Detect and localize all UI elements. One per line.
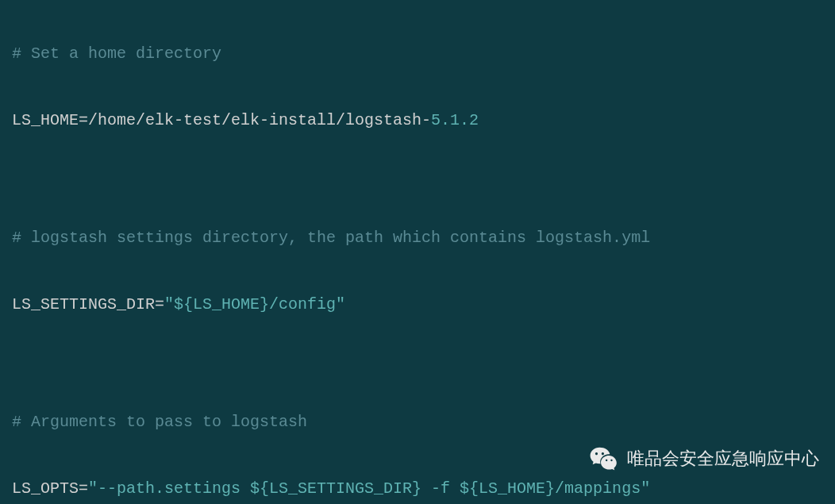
comment-line: # Set a home directory: [12, 41, 823, 67]
code-line: LS_OPTS="--path.settings ${LS_SETTINGS_D…: [12, 476, 823, 502]
code-text: LS_HOME=/home/elk-test/elk-install/logst…: [12, 111, 431, 129]
wechat-icon: [589, 444, 619, 474]
watermark: 唯品会安全应急响应中心: [589, 444, 819, 474]
code-text: LS_OPTS=: [12, 479, 88, 498]
code-block: # Set a home directory LS_HOME=/home/elk…: [12, 16, 823, 504]
string-text: "${LS_HOME}/config": [164, 295, 345, 314]
watermark-text: 唯品会安全应急响应中心: [627, 444, 819, 472]
comment-line: # Arguments to pass to logstash: [12, 410, 823, 435]
comment-line: # logstash settings directory, the path …: [12, 225, 823, 251]
string-text: "--path.settings ${LS_SETTINGS_DIR} -f $…: [88, 479, 650, 498]
code-text: LS_SETTINGS_DIR=: [12, 295, 164, 314]
code-line: LS_SETTINGS_DIR="${LS_HOME}/config": [12, 292, 823, 317]
version-number: 5.1.2: [431, 111, 479, 129]
code-line: LS_HOME=/home/elk-test/elk-install/logst…: [12, 108, 823, 133]
